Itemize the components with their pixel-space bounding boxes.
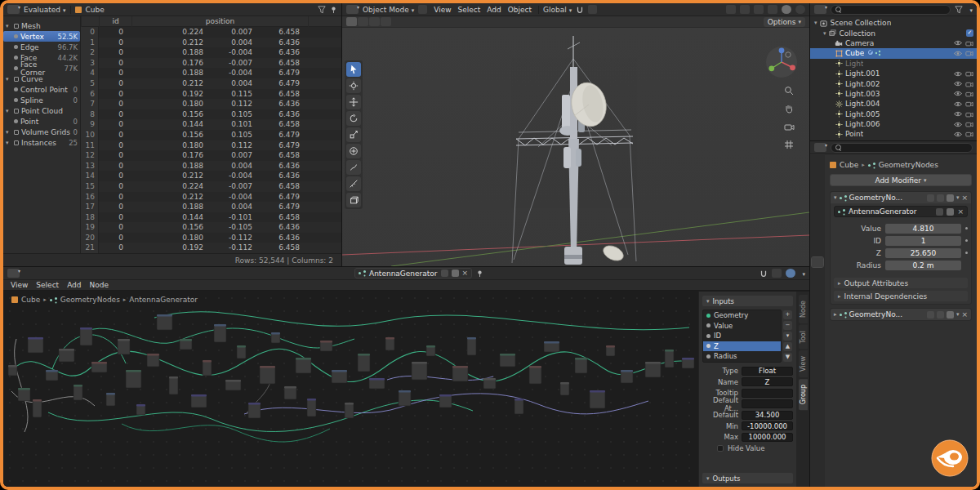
dataset-dropdown[interactable]: Evaluated — [24, 6, 66, 14]
table-row[interactable]: 8 0 0.156 0.105 6.436 — [81, 109, 341, 120]
socket-row[interactable]: ID — [703, 331, 781, 341]
render-visibility-icon[interactable] — [965, 91, 973, 97]
viewport-canvas[interactable] — [342, 28, 809, 266]
domain-row[interactable]: ▾ Vertex 52.5K — [3, 31, 80, 42]
fake-user-icon[interactable] — [441, 270, 448, 277]
table-row[interactable]: 4 0 0.188 -0.004 6.479 — [81, 68, 341, 78]
properties-tab[interactable] — [812, 229, 823, 239]
properties-search[interactable] — [831, 143, 973, 153]
domain-row[interactable]: ▾ Spline 0 — [3, 95, 80, 105]
collection-checkbox[interactable]: ✓ — [966, 29, 973, 37]
property-value[interactable] — [742, 389, 793, 398]
annotate-tool[interactable] — [346, 160, 361, 175]
table-row[interactable]: 11 0 0.180 0.112 6.479 — [81, 140, 341, 151]
domain-row[interactable]: ▾ Instances 25 — [3, 137, 80, 148]
disclosure-icon[interactable]: ▾ — [6, 140, 11, 146]
properties-tab[interactable] — [812, 285, 823, 295]
modifier-panel-header[interactable]: ▸ GeometryNo... ▾ × — [831, 309, 971, 320]
table-row[interactable]: 1 0 0.212 0.004 6.436 — [81, 38, 341, 48]
pin-icon[interactable] — [476, 270, 483, 278]
select-mode-group[interactable] — [346, 17, 391, 26]
properties-tab[interactable] — [812, 188, 823, 198]
measure-tool[interactable] — [346, 176, 361, 191]
node-editor-menu[interactable]: View — [8, 281, 30, 289]
domain-row[interactable]: ▾ Mesh — [3, 20, 80, 31]
render-toggle-icon[interactable] — [947, 194, 954, 202]
domain-row[interactable]: ▾ Control Point 0 — [3, 84, 80, 95]
outliner-search[interactable] — [831, 5, 951, 15]
animate-dot-icon[interactable] — [965, 252, 968, 254]
pan-hand-icon[interactable] — [782, 101, 796, 116]
viewport-3d[interactable]: Object Mode ViewSelectAddObject Global O… — [342, 3, 809, 266]
properties-tab[interactable] — [812, 271, 823, 281]
hide-value-checkbox[interactable] — [717, 445, 724, 452]
shading-rendered-icon[interactable] — [795, 5, 805, 14]
render-visibility-icon[interactable] — [965, 40, 973, 47]
new-copy-icon[interactable] — [452, 270, 459, 277]
editor-type-icon[interactable] — [814, 5, 826, 14]
shading-solid-icon[interactable] — [782, 5, 791, 14]
eye-icon[interactable] — [954, 71, 962, 77]
table-row[interactable]: 0 0 0.224 0.007 6.458 — [81, 27, 341, 38]
table-row[interactable]: 14 0 0.212 -0.004 6.436 — [81, 171, 341, 181]
table-row[interactable]: 21 0 0.192 -0.112 6.458 — [81, 243, 341, 253]
properties-tab[interactable] — [812, 202, 823, 212]
id-column-header[interactable]: id — [99, 16, 131, 27]
select-tool[interactable] — [346, 62, 361, 77]
socket-menu-button[interactable]: ▾ — [783, 332, 792, 341]
remove-socket-button[interactable]: − — [783, 321, 792, 330]
modifier-menu-icon[interactable]: ▾ — [956, 311, 960, 318]
modifier-subpanel[interactable]: ▸ Output Attributes — [834, 278, 968, 288]
property-value[interactable]: 34.500 — [742, 411, 793, 420]
field-value[interactable]: 25.650 — [885, 248, 961, 258]
viewport-menu[interactable]: Add — [484, 6, 503, 14]
render-visibility-icon[interactable] — [965, 81, 973, 87]
disclosure-icon[interactable]: ▾ — [6, 76, 11, 82]
outliner-row[interactable]: ▾ Light.002 ✓ — [810, 78, 977, 88]
outliner-row[interactable]: ▾ Cube ✓ — [810, 48, 977, 58]
outliner-row[interactable]: ▾ Light.003 ✓ — [810, 89, 977, 99]
animate-dot-icon[interactable] — [965, 239, 968, 242]
overlays-toggle-icon[interactable] — [754, 5, 764, 14]
outliner-row[interactable]: ▾ Collection ✓ — [810, 28, 977, 38]
outputs-section-header[interactable]: ▾Outputs — [702, 473, 793, 483]
table-row[interactable]: 17 0 0.188 0.004 6.479 — [81, 202, 341, 212]
table-row[interactable]: 12 0 0.176 0.007 6.458 — [81, 150, 341, 161]
properties-tab[interactable] — [812, 327, 823, 336]
filter-icon[interactable] — [955, 6, 963, 14]
outliner-row[interactable]: ▾ Light.001 ✓ — [810, 69, 977, 78]
node-canvas[interactable]: Cube ▸ GeometryNodes ▸ AntennaGenerator — [3, 292, 698, 487]
realtime-toggle-icon[interactable] — [937, 194, 944, 202]
xray-toggle-icon[interactable] — [768, 5, 777, 14]
node-editor-menu[interactable]: Add — [65, 281, 83, 289]
eye-icon[interactable] — [954, 81, 962, 87]
table-row[interactable]: 10 0 0.156 0.105 6.479 — [81, 130, 341, 140]
disclosure-icon[interactable]: ▾ — [6, 108, 11, 114]
render-visibility-icon[interactable] — [965, 131, 973, 137]
editor-type-icon[interactable] — [7, 269, 20, 278]
transform-tool[interactable] — [346, 144, 361, 158]
node-tree-datablock[interactable]: AntennaGenerator × — [354, 268, 472, 278]
domain-row[interactable]: ▾ Edge 96.7K — [3, 42, 80, 52]
move-down-button[interactable]: ▼ — [783, 353, 792, 362]
eye-icon[interactable] — [954, 131, 962, 137]
property-value[interactable] — [742, 399, 793, 408]
snap-magnet-icon[interactable] — [760, 270, 768, 278]
filter-dropdown[interactable] — [967, 6, 973, 14]
domain-row[interactable]: ▾ Point 0 — [3, 116, 80, 127]
sidebar-tab[interactable]: View — [799, 350, 808, 377]
move-up-button[interactable]: ▲ — [783, 342, 792, 351]
editor-type-icon[interactable] — [814, 143, 826, 152]
render-visibility-icon[interactable] — [965, 100, 973, 107]
table-row[interactable]: 15 0 0.224 -0.007 6.458 — [81, 181, 341, 192]
render-visibility-icon[interactable] — [965, 70, 973, 77]
rotate-tool[interactable] — [346, 111, 361, 126]
breadcrumb-modifier[interactable]: GeometryNodes — [879, 161, 938, 169]
edit-mode-toggle-icon[interactable] — [927, 194, 934, 202]
node-editor-menu[interactable]: Select — [33, 281, 61, 289]
overlays-toggle-icon[interactable] — [772, 269, 782, 278]
fake-user-icon[interactable] — [936, 208, 943, 216]
viewport-menu[interactable]: Select — [456, 6, 483, 14]
gizmo-toggle-icon[interactable] — [740, 5, 750, 14]
outliner-row[interactable]: ▾ Light ✓ — [810, 59, 977, 69]
